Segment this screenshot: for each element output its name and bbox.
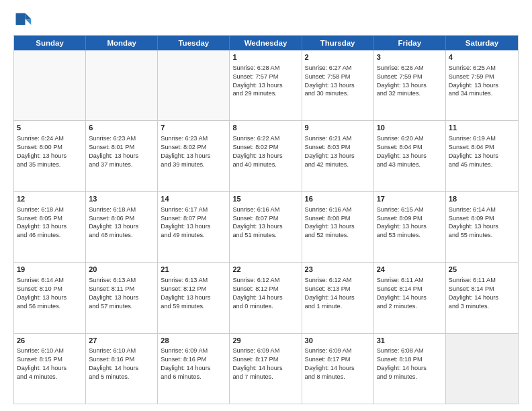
weekday-header-friday: Friday [374, 36, 446, 50]
logo-icon [13, 11, 32, 30]
weekday-header-tuesday: Tuesday [158, 36, 230, 50]
calendar-cell: 28Sunrise: 6:09 AMSunset: 8:16 PMDayligh… [158, 334, 230, 404]
calendar-cell: 13Sunrise: 6:18 AMSunset: 8:06 PMDayligh… [86, 192, 158, 262]
day-number: 26 [17, 336, 83, 346]
svg-marker-1 [26, 19, 32, 25]
calendar-cell: 17Sunrise: 6:15 AMSunset: 8:09 PMDayligh… [374, 192, 446, 262]
cell-details: Sunrise: 6:10 AMSunset: 8:16 PMDaylight:… [89, 347, 154, 381]
cell-details: Sunrise: 6:19 AMSunset: 8:04 PMDaylight:… [449, 134, 515, 169]
calendar-cell: 11Sunrise: 6:19 AMSunset: 8:04 PMDayligh… [446, 121, 518, 191]
calendar-cell: 19Sunrise: 6:14 AMSunset: 8:10 PMDayligh… [14, 263, 86, 332]
calendar-row-2: 12Sunrise: 6:18 AMSunset: 8:05 PMDayligh… [14, 192, 518, 263]
calendar-cell: 4Sunrise: 6:25 AMSunset: 7:59 PMDaylight… [446, 50, 518, 120]
day-number: 2 [305, 52, 371, 62]
day-number: 28 [161, 336, 226, 346]
calendar-cell: 9Sunrise: 6:21 AMSunset: 8:03 PMDaylight… [302, 121, 374, 191]
cell-details: Sunrise: 6:12 AMSunset: 8:13 PMDaylight:… [305, 276, 371, 311]
cell-details: Sunrise: 6:14 AMSunset: 8:10 PMDaylight:… [17, 276, 83, 311]
calendar-row-4: 26Sunrise: 6:10 AMSunset: 8:15 PMDayligh… [14, 334, 518, 404]
calendar-cell: 20Sunrise: 6:13 AMSunset: 8:11 PMDayligh… [86, 263, 158, 332]
day-number: 5 [17, 123, 83, 133]
cell-details: Sunrise: 6:15 AMSunset: 8:09 PMDaylight:… [377, 205, 443, 240]
day-number: 18 [449, 194, 515, 204]
calendar: SundayMondayTuesdayWednesdayThursdayFrid… [13, 35, 519, 404]
calendar-cell: 10Sunrise: 6:20 AMSunset: 8:04 PMDayligh… [374, 121, 446, 191]
cell-details: Sunrise: 6:11 AMSunset: 8:14 PMDaylight:… [449, 276, 515, 311]
calendar-cell: 29Sunrise: 6:09 AMSunset: 8:17 PMDayligh… [230, 334, 302, 404]
day-number: 20 [89, 265, 154, 275]
cell-details: Sunrise: 6:18 AMSunset: 8:06 PMDaylight:… [89, 205, 154, 240]
cell-details: Sunrise: 6:25 AMSunset: 7:59 PMDaylight:… [449, 64, 515, 99]
calendar-cell: 1Sunrise: 6:28 AMSunset: 7:57 PMDaylight… [230, 50, 302, 120]
calendar-cell [86, 50, 158, 120]
calendar-cell: 27Sunrise: 6:10 AMSunset: 8:16 PMDayligh… [86, 334, 158, 404]
cell-details: Sunrise: 6:09 AMSunset: 8:16 PMDaylight:… [161, 347, 226, 381]
svg-rect-2 [16, 13, 26, 26]
day-number: 14 [161, 194, 226, 204]
day-number: 12 [17, 194, 83, 204]
cell-details: Sunrise: 6:26 AMSunset: 7:59 PMDaylight:… [377, 64, 443, 99]
day-number: 22 [232, 265, 298, 275]
day-number: 23 [305, 265, 371, 275]
calendar-header: SundayMondayTuesdayWednesdayThursdayFrid… [14, 36, 518, 50]
day-number: 17 [377, 194, 443, 204]
calendar-row-1: 5Sunrise: 6:24 AMSunset: 8:00 PMDaylight… [14, 121, 518, 191]
calendar-cell: 22Sunrise: 6:12 AMSunset: 8:12 PMDayligh… [230, 263, 302, 332]
cell-details: Sunrise: 6:23 AMSunset: 8:01 PMDaylight:… [89, 134, 154, 169]
cell-details: Sunrise: 6:11 AMSunset: 8:14 PMDaylight:… [377, 276, 443, 311]
calendar-cell: 12Sunrise: 6:18 AMSunset: 8:05 PMDayligh… [14, 192, 86, 262]
calendar-row-0: 1Sunrise: 6:28 AMSunset: 7:57 PMDaylight… [14, 50, 518, 121]
cell-details: Sunrise: 6:16 AMSunset: 8:07 PMDaylight:… [232, 205, 298, 240]
calendar-cell: 3Sunrise: 6:26 AMSunset: 7:59 PMDaylight… [374, 50, 446, 120]
calendar-cell: 26Sunrise: 6:10 AMSunset: 8:15 PMDayligh… [14, 334, 86, 404]
page: SundayMondayTuesdayWednesdayThursdayFrid… [0, 0, 532, 411]
day-number: 6 [89, 123, 154, 133]
day-number: 9 [305, 123, 371, 133]
cell-details: Sunrise: 6:27 AMSunset: 7:58 PMDaylight:… [305, 64, 371, 99]
cell-details: Sunrise: 6:23 AMSunset: 8:02 PMDaylight:… [161, 134, 226, 169]
calendar-cell: 31Sunrise: 6:08 AMSunset: 8:18 PMDayligh… [374, 334, 446, 404]
weekday-header-monday: Monday [86, 36, 158, 50]
day-number: 10 [377, 123, 443, 133]
cell-details: Sunrise: 6:10 AMSunset: 8:15 PMDaylight:… [17, 347, 83, 381]
day-number: 8 [232, 123, 298, 133]
cell-details: Sunrise: 6:21 AMSunset: 8:03 PMDaylight:… [305, 134, 371, 169]
cell-details: Sunrise: 6:20 AMSunset: 8:04 PMDaylight:… [377, 134, 443, 169]
day-number: 30 [305, 336, 371, 346]
day-number: 27 [89, 336, 154, 346]
day-number: 19 [17, 265, 83, 275]
svg-marker-0 [26, 13, 32, 19]
day-number: 13 [89, 194, 154, 204]
calendar-cell [14, 50, 86, 120]
day-number: 15 [232, 194, 298, 204]
day-number: 29 [232, 336, 298, 346]
cell-details: Sunrise: 6:17 AMSunset: 8:07 PMDaylight:… [161, 205, 226, 240]
cell-details: Sunrise: 6:09 AMSunset: 8:17 PMDaylight:… [305, 347, 371, 381]
calendar-cell: 5Sunrise: 6:24 AMSunset: 8:00 PMDaylight… [14, 121, 86, 191]
calendar-cell: 7Sunrise: 6:23 AMSunset: 8:02 PMDaylight… [158, 121, 230, 191]
calendar-cell: 25Sunrise: 6:11 AMSunset: 8:14 PMDayligh… [446, 263, 518, 332]
weekday-header-thursday: Thursday [302, 36, 374, 50]
calendar-cell [158, 50, 230, 120]
calendar-cell: 30Sunrise: 6:09 AMSunset: 8:17 PMDayligh… [302, 334, 374, 404]
cell-details: Sunrise: 6:09 AMSunset: 8:17 PMDaylight:… [232, 347, 298, 381]
cell-details: Sunrise: 6:08 AMSunset: 8:18 PMDaylight:… [377, 347, 443, 381]
day-number: 24 [377, 265, 443, 275]
calendar-cell: 16Sunrise: 6:16 AMSunset: 8:08 PMDayligh… [302, 192, 374, 262]
weekday-header-sunday: Sunday [14, 36, 86, 50]
cell-details: Sunrise: 6:18 AMSunset: 8:05 PMDaylight:… [17, 205, 83, 240]
calendar-cell: 21Sunrise: 6:13 AMSunset: 8:12 PMDayligh… [158, 263, 230, 332]
day-number: 3 [377, 52, 443, 62]
day-number: 31 [377, 336, 443, 346]
cell-details: Sunrise: 6:12 AMSunset: 8:12 PMDaylight:… [232, 276, 298, 311]
day-number: 11 [449, 123, 515, 133]
cell-details: Sunrise: 6:24 AMSunset: 8:00 PMDaylight:… [17, 134, 83, 169]
calendar-body: 1Sunrise: 6:28 AMSunset: 7:57 PMDaylight… [14, 50, 518, 404]
calendar-cell: 23Sunrise: 6:12 AMSunset: 8:13 PMDayligh… [302, 263, 374, 332]
day-number: 7 [161, 123, 226, 133]
calendar-cell: 24Sunrise: 6:11 AMSunset: 8:14 PMDayligh… [374, 263, 446, 332]
header [13, 11, 519, 30]
cell-details: Sunrise: 6:16 AMSunset: 8:08 PMDaylight:… [305, 205, 371, 240]
day-number: 25 [449, 265, 515, 275]
weekday-header-wednesday: Wednesday [230, 36, 302, 50]
